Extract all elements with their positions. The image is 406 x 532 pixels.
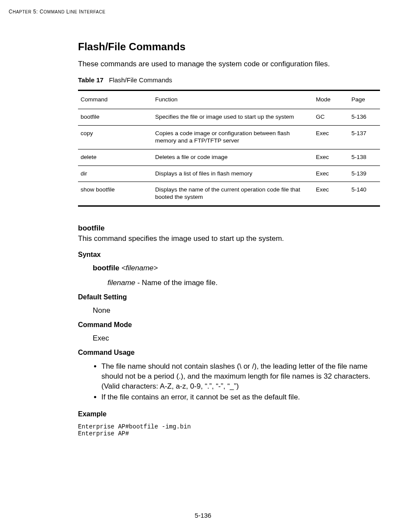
- cell-function: Deletes a file or code image: [153, 149, 313, 165]
- syntax-param-name: filename: [107, 279, 135, 287]
- cell-mode: Exec: [313, 165, 349, 182]
- intro-text: These commands are used to manage the sy…: [78, 60, 380, 68]
- commands-table: Command Function Mode Page bootfile Spec…: [78, 90, 380, 207]
- cell-page: 5-137: [349, 125, 380, 149]
- page-number: 5-136: [0, 512, 406, 519]
- cell-mode: GC: [313, 109, 349, 126]
- default-value: None: [93, 306, 380, 315]
- col-page-header: Page: [349, 91, 380, 109]
- cell-command: delete: [78, 149, 153, 165]
- cell-mode: Exec: [313, 149, 349, 165]
- cell-command: show bootfile: [78, 182, 153, 206]
- usage-item: If the file contains an error, it cannot…: [101, 393, 380, 402]
- cell-function: Displays the name of the current operati…: [153, 182, 313, 206]
- col-function-header: Function: [153, 91, 313, 109]
- col-command-header: Command: [78, 91, 153, 109]
- syntax-command: bootfile: [93, 264, 119, 272]
- cell-mode: Exec: [313, 125, 349, 149]
- cell-page: 5-138: [349, 149, 380, 165]
- usage-item: The file name should not contain slashes…: [101, 362, 380, 392]
- table-header-row: Command Function Mode Page: [78, 91, 380, 109]
- cell-command: bootfile: [78, 109, 153, 126]
- mode-value: Exec: [93, 334, 380, 343]
- cell-function: Copies a code image or configuration bet…: [153, 125, 313, 149]
- cell-mode: Exec: [313, 182, 349, 206]
- usage-list: The file name should not contain slashes…: [101, 362, 380, 402]
- syntax-arg: <filename>: [121, 264, 158, 272]
- syntax-label: Syntax: [78, 251, 380, 259]
- chapter-label: CHAPTER 5: COMMAND LINE INTERFACE: [9, 9, 105, 15]
- cell-page: 5-139: [349, 165, 380, 182]
- default-label: Default Setting: [78, 293, 380, 301]
- col-mode-header: Mode: [313, 91, 349, 109]
- table-row: bootfile Specifies the file or image use…: [78, 109, 380, 126]
- syntax-line: bootfile <filename>: [93, 264, 380, 272]
- usage-label: Command Usage: [78, 349, 380, 357]
- cell-page: 5-140: [349, 182, 380, 206]
- cell-function: Displays a list of files in flash memory: [153, 165, 313, 182]
- mode-label: Command Mode: [78, 321, 380, 329]
- section-heading: bootfile: [78, 224, 380, 233]
- table-caption: Table 17 Flash/File Commands: [78, 76, 380, 84]
- page-header: CHAPTER 5: COMMAND LINE INTERFACE: [9, 9, 380, 15]
- table-row: copy Copies a code image or configuratio…: [78, 125, 380, 149]
- cell-page: 5-136: [349, 109, 380, 126]
- syntax-param: filename - Name of the image file.: [107, 279, 380, 287]
- cell-function: Specifies the file or image used to star…: [153, 109, 313, 126]
- table-row: show bootfile Displays the name of the c…: [78, 182, 380, 206]
- cell-command: copy: [78, 125, 153, 149]
- table-row: delete Deletes a file or code image Exec…: [78, 149, 380, 165]
- syntax-param-desc: - Name of the image file.: [135, 279, 218, 287]
- section-desc: This command specifies the image used to…: [78, 234, 380, 243]
- table-caption-label: Table 17: [78, 76, 104, 84]
- table-row: dir Displays a list of files in flash me…: [78, 165, 380, 182]
- table-caption-text: Flash/File Commands: [109, 76, 172, 84]
- page-title: Flash/File Commands: [78, 41, 380, 53]
- example-label: Example: [78, 410, 380, 418]
- cell-command: dir: [78, 165, 153, 182]
- example-code: Enterprise AP#bootfile -img.bin Enterpri…: [78, 423, 380, 437]
